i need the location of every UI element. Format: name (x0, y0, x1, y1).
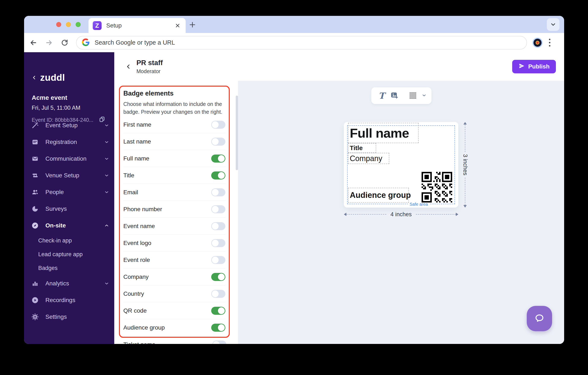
back-icon[interactable] (27, 36, 40, 49)
toggle-label: Event role (123, 257, 150, 263)
search-input[interactable] (94, 39, 521, 46)
grid-icon[interactable] (409, 92, 416, 99)
zuddl-favicon: Z (93, 21, 102, 30)
toggle-label: Audience group (123, 324, 165, 331)
toggle-phone-number[interactable] (211, 205, 225, 213)
toggle-title[interactable] (211, 171, 225, 179)
sidebar-item-analytics[interactable]: Analytics (24, 275, 114, 292)
maximize-window-button[interactable] (76, 22, 81, 27)
new-tab-button[interactable] (188, 20, 197, 29)
people-icon (32, 188, 39, 196)
toggle-row: QR code (123, 302, 225, 319)
signpost-icon (32, 172, 39, 179)
add-image-icon[interactable] (390, 91, 398, 100)
toggle-label: Full name (123, 155, 149, 162)
toggle-first-name[interactable] (211, 121, 225, 129)
toggle-label: Company (123, 274, 149, 280)
sidebar-item-communication[interactable]: Communication (24, 150, 114, 167)
toggle-row: Event name (123, 218, 225, 235)
sidebar-item-registration[interactable]: Registration (24, 133, 114, 150)
sidebar-item-event-setup[interactable]: Event Setup (24, 117, 114, 133)
sidebar-item-lead-capture-app[interactable]: Lead capture app (24, 248, 114, 261)
profile-avatar[interactable] (533, 38, 543, 48)
sidebar-item-settings[interactable]: Settings (24, 309, 114, 325)
toggle-row: Audience group (123, 319, 225, 336)
publish-label: Publish (528, 63, 550, 70)
sidebar-item-surveys[interactable]: Surveys (24, 200, 114, 217)
badge-element-full-name[interactable]: Full name (348, 123, 419, 143)
toggle-label: Title (123, 172, 134, 179)
sidebar-item-people[interactable]: People (24, 184, 114, 200)
sidebar-item-venue-setup[interactable]: Venue Setup (24, 167, 114, 184)
badge-preview-area: T (238, 81, 564, 344)
toggle-row: Title (123, 167, 225, 184)
tab-title: Setup (106, 22, 174, 29)
gear-icon (32, 313, 39, 320)
toggle-event-name[interactable] (211, 222, 225, 230)
panel-scrollbar[interactable] (236, 96, 238, 170)
badge-element-title[interactable]: Title (348, 143, 376, 153)
wand-icon (32, 122, 39, 129)
toggle-country[interactable] (211, 290, 225, 298)
chevron-down-icon (104, 281, 109, 286)
mail-icon (32, 155, 39, 162)
browser-toolbar (24, 33, 564, 52)
arrow-up-icon (463, 122, 467, 124)
screen: Z Setup (0, 0, 588, 375)
toggle-row: Phone number (123, 201, 225, 218)
qr-code[interactable] (421, 172, 452, 202)
tab-close-icon[interactable] (174, 22, 181, 29)
zuddl-logo[interactable]: zuddl (32, 72, 65, 83)
badge-element-company[interactable]: Company (348, 153, 389, 164)
logo-text: zuddl (40, 72, 65, 83)
compass-icon (32, 222, 39, 229)
toggle-label: QR code (123, 307, 147, 314)
badge-editor-toolbar: T (371, 87, 431, 104)
toggle-event-role[interactable] (211, 256, 225, 264)
browser-menu-icon[interactable] (549, 39, 550, 46)
sidebar: zuddl Acme event Fri, Jul 5, 11:00 AM Ev… (24, 52, 114, 344)
toggle-last-name[interactable] (211, 138, 225, 146)
publish-button[interactable]: Publish (512, 60, 556, 73)
toggle-company[interactable] (211, 273, 225, 281)
toggle-label: Event name (123, 223, 155, 230)
add-text-icon[interactable]: T (378, 91, 385, 100)
toggle-qr-code[interactable] (211, 307, 225, 315)
chevron-down-icon (104, 156, 109, 161)
safe-area-label: Safe area (408, 202, 430, 207)
minimize-window-button[interactable] (66, 22, 71, 27)
toggle-audience-group[interactable] (211, 324, 225, 332)
sidebar-item-badges[interactable]: Badges (24, 261, 114, 275)
toggle-row: Full name (123, 150, 225, 167)
toggle-row: Country (123, 285, 225, 302)
forward-icon[interactable] (43, 36, 55, 49)
red-annotation-box: Badge elements Choose what information t… (119, 86, 230, 338)
chevron-down-icon[interactable] (421, 93, 427, 99)
sidebar-item-label: Settings (45, 313, 109, 320)
toggle-label: Event logo (123, 240, 151, 246)
tab-search-chevron-button[interactable] (547, 18, 559, 31)
event-name: Acme event (32, 94, 67, 101)
sidebar-item-label: Analytics (45, 280, 104, 287)
page-header: PR staff Moderator Publish (114, 52, 564, 81)
badge-canvas: Safe area Full name Title Company Audien… (344, 122, 458, 208)
sidebar-item-check-in-app[interactable]: Check-in app (24, 234, 114, 248)
reload-icon[interactable] (58, 36, 71, 49)
toggle-full-name[interactable] (211, 154, 225, 163)
tab-setup[interactable]: Z Setup (88, 18, 186, 33)
toggle-email[interactable] (211, 188, 225, 196)
toggle-label: Country (123, 290, 144, 297)
sidebar-item-on-site[interactable]: On-site (24, 217, 114, 234)
back-chevron-icon[interactable] (124, 62, 133, 71)
sidebar-item-label: Registration (45, 139, 104, 145)
page-title: PR staff (136, 59, 163, 67)
badge-element-audience-group[interactable]: Audience group (348, 188, 409, 203)
arrow-down-icon (463, 205, 467, 208)
chat-widget-button[interactable] (527, 306, 552, 331)
close-window-button[interactable] (56, 22, 61, 27)
address-bar[interactable] (76, 36, 527, 49)
sidebar-item-recordings[interactable]: Recordings (24, 292, 114, 309)
toggle-ticket-name[interactable] (212, 341, 226, 344)
chevron-down-icon (104, 140, 109, 144)
toggle-event-logo[interactable] (211, 239, 225, 247)
